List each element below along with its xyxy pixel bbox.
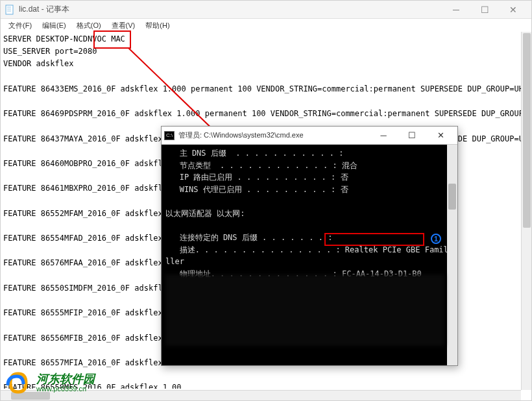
menu-format[interactable]: 格式(O) bbox=[71, 19, 106, 32]
cmd-minimize-button[interactable]: ─ bbox=[369, 127, 398, 145]
cmd-window: C:\ 管理员: C:\Windows\system32\cmd.exe ─ ☐… bbox=[161, 126, 458, 366]
scrollbar-thumb[interactable] bbox=[523, 33, 531, 228]
cmd-redacted-region bbox=[165, 274, 444, 346]
cmd-vertical-scrollbar[interactable] bbox=[447, 145, 457, 365]
cmd-maximize-button[interactable]: ☐ bbox=[398, 127, 426, 145]
maximize-button[interactable]: ☐ bbox=[470, 1, 499, 19]
svg-rect-0 bbox=[6, 5, 13, 14]
minimize-button[interactable]: ─ bbox=[442, 1, 470, 19]
notepad-menubar: 文件(F) 编辑(E) 格式(O) 查看(V) 帮助(H) bbox=[1, 19, 531, 32]
cmd-close-button[interactable]: ✕ bbox=[426, 127, 455, 145]
notepad-vertical-scrollbar[interactable] bbox=[521, 32, 531, 390]
cmd-title: 管理员: C:\Windows\system32\cmd.exe bbox=[178, 130, 369, 140]
notepad-horizontal-scrollbar[interactable] bbox=[1, 390, 521, 400]
menu-edit[interactable]: 编辑(E) bbox=[37, 19, 71, 32]
scrollbar-thumb[interactable] bbox=[11, 392, 50, 400]
cmd-titlebar[interactable]: C:\ 管理员: C:\Windows\system32\cmd.exe ─ ☐… bbox=[162, 127, 457, 145]
close-button[interactable]: ✕ bbox=[499, 1, 527, 19]
notepad-titlebar[interactable]: lic.dat - 记事本 ─ ☐ ✕ bbox=[1, 1, 531, 19]
notepad-icon bbox=[5, 5, 15, 15]
menu-view[interactable]: 查看(V) bbox=[106, 19, 141, 32]
menu-file[interactable]: 文件(F) bbox=[3, 19, 37, 32]
menu-help[interactable]: 帮助(H) bbox=[140, 19, 175, 32]
notepad-title: lic.dat - 记事本 bbox=[19, 4, 442, 15]
annotation-marker-1: 1 bbox=[431, 234, 441, 244]
notepad-window-controls: ─ ☐ ✕ bbox=[442, 1, 527, 19]
scrollbar-thumb[interactable] bbox=[448, 184, 456, 210]
cmd-icon: C:\ bbox=[164, 131, 175, 140]
annotation-marker-label: 1 bbox=[434, 235, 438, 243]
